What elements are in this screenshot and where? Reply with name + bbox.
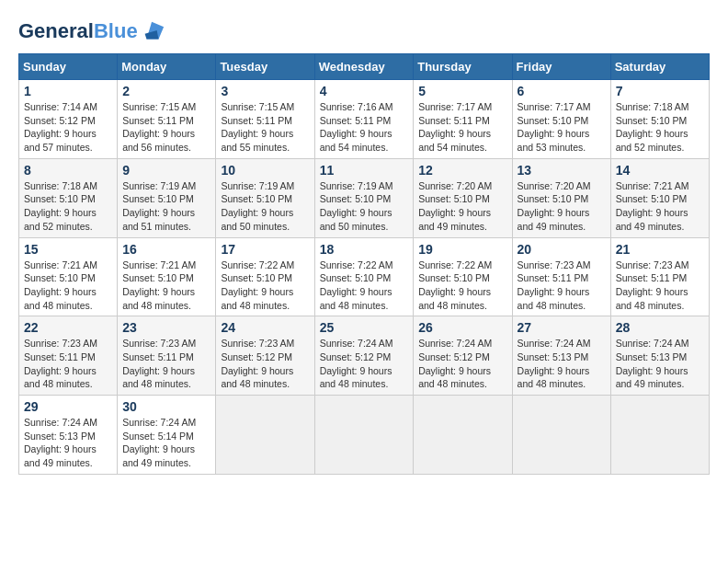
daylight-label: Daylight: 9 hours and 49 minutes. xyxy=(616,207,688,232)
calendar-cell: 8 Sunrise: 7:18 AM Sunset: 5:10 PM Dayli… xyxy=(19,158,118,237)
day-info: Sunrise: 7:18 AM Sunset: 5:10 PM Dayligh… xyxy=(24,179,112,234)
daylight-label: Daylight: 9 hours and 56 minutes. xyxy=(122,128,195,153)
day-number: 7 xyxy=(616,84,704,98)
calendar-cell: 28 Sunrise: 7:24 AM Sunset: 5:13 PM Dayl… xyxy=(610,316,709,396)
calendar-cell: 24 Sunrise: 7:23 AM Sunset: 5:12 PM Dayl… xyxy=(216,316,314,396)
day-info: Sunrise: 7:23 AM Sunset: 5:11 PM Dayligh… xyxy=(122,337,210,391)
day-info: Sunrise: 7:17 AM Sunset: 5:11 PM Dayligh… xyxy=(418,100,506,155)
sunrise-label: Sunrise: 7:20 AM xyxy=(418,180,492,191)
sunset-label: Sunset: 5:11 PM xyxy=(518,272,589,283)
sunrise-label: Sunrise: 7:22 AM xyxy=(320,259,393,270)
day-info: Sunrise: 7:23 AM Sunset: 5:11 PM Dayligh… xyxy=(24,337,112,391)
calendar-cell: 10 Sunrise: 7:19 AM Sunset: 5:10 PM Dayl… xyxy=(216,158,314,237)
daylight-label: Daylight: 9 hours and 52 minutes. xyxy=(616,128,688,153)
calendar-cell: 17 Sunrise: 7:22 AM Sunset: 5:10 PM Dayl… xyxy=(216,237,314,316)
sunset-label: Sunset: 5:12 PM xyxy=(418,351,490,362)
day-number: 8 xyxy=(24,163,112,178)
logo: GeneralBlue xyxy=(18,18,165,44)
day-number: 5 xyxy=(418,84,506,98)
calendar-header-friday: Friday xyxy=(512,54,610,80)
sunset-label: Sunset: 5:10 PM xyxy=(122,272,194,283)
calendar-header-thursday: Thursday xyxy=(414,54,512,80)
daylight-label: Daylight: 9 hours and 53 minutes. xyxy=(518,128,590,153)
day-number: 19 xyxy=(418,242,506,257)
day-number: 10 xyxy=(221,163,309,178)
calendar-cell xyxy=(216,396,314,475)
day-info: Sunrise: 7:20 AM Sunset: 5:10 PM Dayligh… xyxy=(518,179,606,234)
day-info: Sunrise: 7:14 AM Sunset: 5:12 PM Dayligh… xyxy=(24,100,112,155)
sunrise-label: Sunrise: 7:24 AM xyxy=(418,338,492,349)
day-number: 29 xyxy=(24,399,112,414)
sunrise-label: Sunrise: 7:14 AM xyxy=(24,101,97,112)
daylight-label: Daylight: 9 hours and 48 minutes. xyxy=(320,365,392,390)
calendar-table: SundayMondayTuesdayWednesdayThursdayFrid… xyxy=(18,53,710,475)
sunrise-label: Sunrise: 7:19 AM xyxy=(320,180,393,191)
sunrise-label: Sunrise: 7:18 AM xyxy=(24,180,97,191)
sunrise-label: Sunrise: 7:22 AM xyxy=(418,259,492,270)
sunset-label: Sunset: 5:10 PM xyxy=(320,272,392,283)
calendar-cell: 5 Sunrise: 7:17 AM Sunset: 5:11 PM Dayli… xyxy=(414,80,512,159)
day-info: Sunrise: 7:24 AM Sunset: 5:13 PM Dayligh… xyxy=(518,337,606,391)
calendar-week-1: 1 Sunrise: 7:14 AM Sunset: 5:12 PM Dayli… xyxy=(19,80,710,159)
sunrise-label: Sunrise: 7:17 AM xyxy=(418,101,492,112)
calendar-cell: 13 Sunrise: 7:20 AM Sunset: 5:10 PM Dayl… xyxy=(512,158,610,237)
day-number: 13 xyxy=(518,163,606,178)
sunrise-label: Sunrise: 7:16 AM xyxy=(320,101,393,112)
sunrise-label: Sunrise: 7:15 AM xyxy=(221,101,294,112)
sunset-label: Sunset: 5:10 PM xyxy=(616,115,688,126)
sunset-label: Sunset: 5:10 PM xyxy=(616,193,688,204)
calendar-week-5: 29 Sunrise: 7:24 AM Sunset: 5:13 PM Dayl… xyxy=(19,396,710,475)
calendar-cell: 15 Sunrise: 7:21 AM Sunset: 5:10 PM Dayl… xyxy=(19,237,118,316)
day-info: Sunrise: 7:21 AM Sunset: 5:10 PM Dayligh… xyxy=(24,259,112,313)
daylight-label: Daylight: 9 hours and 48 minutes. xyxy=(518,286,590,311)
calendar-cell: 29 Sunrise: 7:24 AM Sunset: 5:13 PM Dayl… xyxy=(19,396,118,475)
day-number: 14 xyxy=(616,163,704,178)
day-info: Sunrise: 7:23 AM Sunset: 5:11 PM Dayligh… xyxy=(616,259,704,313)
calendar-header-row: SundayMondayTuesdayWednesdayThursdayFrid… xyxy=(19,54,710,80)
sunset-label: Sunset: 5:11 PM xyxy=(122,351,194,362)
daylight-label: Daylight: 9 hours and 54 minutes. xyxy=(320,128,392,153)
sunset-label: Sunset: 5:14 PM xyxy=(122,431,194,442)
day-info: Sunrise: 7:21 AM Sunset: 5:10 PM Dayligh… xyxy=(122,259,210,313)
sunrise-label: Sunrise: 7:23 AM xyxy=(24,338,97,349)
daylight-label: Daylight: 9 hours and 57 minutes. xyxy=(24,128,97,153)
day-number: 6 xyxy=(518,84,606,98)
day-info: Sunrise: 7:22 AM Sunset: 5:10 PM Dayligh… xyxy=(221,259,309,313)
calendar-cell: 7 Sunrise: 7:18 AM Sunset: 5:10 PM Dayli… xyxy=(610,80,709,159)
calendar-cell: 16 Sunrise: 7:21 AM Sunset: 5:10 PM Dayl… xyxy=(118,237,216,316)
day-info: Sunrise: 7:24 AM Sunset: 5:14 PM Dayligh… xyxy=(122,416,210,470)
sunrise-label: Sunrise: 7:24 AM xyxy=(320,338,393,349)
page-header: GeneralBlue xyxy=(18,18,710,44)
day-number: 11 xyxy=(320,163,409,178)
day-info: Sunrise: 7:17 AM Sunset: 5:10 PM Dayligh… xyxy=(518,100,606,155)
day-number: 26 xyxy=(418,320,506,335)
sunset-label: Sunset: 5:13 PM xyxy=(518,351,589,362)
day-number: 17 xyxy=(221,242,309,257)
sunset-label: Sunset: 5:10 PM xyxy=(221,272,292,283)
calendar-cell: 9 Sunrise: 7:19 AM Sunset: 5:10 PM Dayli… xyxy=(118,158,216,237)
day-number: 23 xyxy=(122,320,210,335)
sunrise-label: Sunrise: 7:22 AM xyxy=(221,259,294,270)
sunrise-label: Sunrise: 7:17 AM xyxy=(518,101,591,112)
day-info: Sunrise: 7:24 AM Sunset: 5:12 PM Dayligh… xyxy=(320,337,409,391)
sunrise-label: Sunrise: 7:23 AM xyxy=(616,259,689,270)
sunset-label: Sunset: 5:11 PM xyxy=(24,351,96,362)
calendar-cell: 21 Sunrise: 7:23 AM Sunset: 5:11 PM Dayl… xyxy=(610,237,709,316)
sunset-label: Sunset: 5:11 PM xyxy=(616,272,688,283)
daylight-label: Daylight: 9 hours and 48 minutes. xyxy=(418,286,491,311)
day-info: Sunrise: 7:22 AM Sunset: 5:10 PM Dayligh… xyxy=(418,259,506,313)
day-info: Sunrise: 7:20 AM Sunset: 5:10 PM Dayligh… xyxy=(418,179,506,234)
day-number: 28 xyxy=(616,320,704,335)
sunset-label: Sunset: 5:11 PM xyxy=(122,115,194,126)
calendar-week-4: 22 Sunrise: 7:23 AM Sunset: 5:11 PM Dayl… xyxy=(19,316,710,396)
day-info: Sunrise: 7:24 AM Sunset: 5:12 PM Dayligh… xyxy=(418,337,506,391)
day-info: Sunrise: 7:24 AM Sunset: 5:13 PM Dayligh… xyxy=(616,337,704,391)
daylight-label: Daylight: 9 hours and 51 minutes. xyxy=(122,207,195,232)
daylight-label: Daylight: 9 hours and 52 minutes. xyxy=(24,207,97,232)
calendar-cell: 12 Sunrise: 7:20 AM Sunset: 5:10 PM Dayl… xyxy=(414,158,512,237)
sunset-label: Sunset: 5:13 PM xyxy=(616,351,688,362)
calendar-week-2: 8 Sunrise: 7:18 AM Sunset: 5:10 PM Dayli… xyxy=(19,158,710,237)
daylight-label: Daylight: 9 hours and 48 minutes. xyxy=(221,365,293,390)
day-number: 4 xyxy=(320,84,409,98)
day-info: Sunrise: 7:19 AM Sunset: 5:10 PM Dayligh… xyxy=(320,179,409,234)
